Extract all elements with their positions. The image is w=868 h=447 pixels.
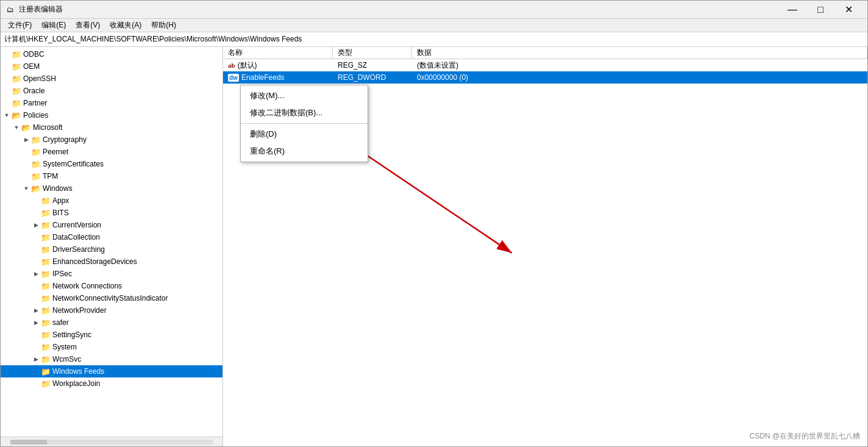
ctx-modify[interactable]: 修改(M)... (241, 87, 368, 104)
expander-policies: ▼ (2, 109, 12, 121)
folder-icon-wcmsvc: 📁 (41, 354, 51, 364)
expander-bits (31, 207, 41, 219)
tree-item-currentversion[interactable]: ▶ 📁 CurrentVersion (1, 219, 222, 231)
expander-networkprovider: ▶ (31, 304, 41, 316)
folder-icon-safer: 📁 (41, 318, 51, 327)
title-bar: 🗂 注册表编辑器 — □ ✕ (1, 1, 867, 19)
folder-icon-datacollection: 📁 (41, 232, 51, 242)
expander-safer: ▶ (31, 316, 41, 329)
tree-label-openssh: OpenSSH (23, 74, 56, 83)
col-header-type: 类型 (333, 47, 412, 59)
tree-item-windows-feeds[interactable]: 📁 Windows Feeds (1, 365, 222, 377)
tree-item-wcmsvc[interactable]: ▶ 📁 WcmSvc (1, 353, 222, 365)
tree-item-settingsync[interactable]: 📁 SettingSync (1, 329, 222, 341)
tree-item-openssh[interactable]: 📁 OpenSSH (1, 73, 222, 85)
tree-item-networkprovider[interactable]: ▶ 📁 NetworkProvider (1, 304, 222, 316)
folder-icon-networkconnectivity: 📁 (41, 293, 51, 303)
tree-label-tpm: TPM (43, 172, 58, 181)
tree-item-tpm[interactable]: 📁 TPM (1, 170, 222, 182)
tree-item-enhancedstorage[interactable]: 📁 EnhancedStorageDevices (1, 256, 222, 268)
reg-icon-sz: ab (228, 62, 235, 69)
folder-icon-bits: 📁 (41, 208, 51, 218)
menu-view[interactable]: 查看(V) (71, 19, 105, 32)
tree-item-microsoft[interactable]: ▼ 📂 Microsoft (1, 121, 222, 134)
watermark: CSDN @在美好的世界里乱七八糟 (749, 431, 860, 442)
ctx-rename[interactable]: 重命名(R) (241, 143, 368, 160)
close-button[interactable]: ✕ (834, 1, 863, 19)
tree-item-cryptography[interactable]: ▶ 📁 Cryptography (1, 134, 222, 146)
tree-item-networkconnectivity[interactable]: 📁 NetworkConnectivityStatusIndicator (1, 292, 222, 304)
tree-item-partner[interactable]: 📁 Partner (1, 97, 222, 109)
tree-item-system[interactable]: 📁 System (1, 341, 222, 353)
expander-openssh (2, 73, 12, 85)
window-icon: 🗂 (5, 5, 15, 15)
folder-icon-ipsec: 📁 (41, 269, 51, 279)
folder-icon-windows-feeds: 📁 (41, 367, 51, 376)
tree-item-safer[interactable]: ▶ 📁 safer (1, 316, 222, 329)
tree-item-networkconnections[interactable]: 📁 Network Connections (1, 280, 222, 292)
tree-label-safer: safer (52, 318, 69, 327)
expander-datacollection (31, 231, 41, 243)
ctx-delete[interactable]: 删除(D) (241, 126, 368, 143)
folder-icon-partner: 📁 (12, 98, 21, 108)
menu-favorites[interactable]: 收藏夹(A) (105, 19, 146, 32)
tree-item-odbc[interactable]: 📁 ODBC (1, 48, 222, 60)
tree-item-policies[interactable]: ▼ 📂 Policies (1, 109, 222, 121)
tree-item-oem[interactable]: 📁 OEM (1, 60, 222, 73)
tree-label-networkconnectivity: NetworkConnectivityStatusIndicator (52, 294, 168, 302)
tree-item-ipsec[interactable]: ▶ 📁 IPSec (1, 268, 222, 280)
address-bar: 计算机\HKEY_LOCAL_MACHINE\SOFTWARE\Policies… (1, 32, 867, 47)
expander-appx (31, 195, 41, 207)
expander-microsoft: ▼ (12, 121, 21, 134)
tree-scrollbar-x[interactable] (1, 437, 222, 446)
ctx-modify-binary[interactable]: 修改二进制数据(B)... (241, 104, 368, 121)
tree-label-ipsec: IPSec (52, 270, 72, 278)
tree-label-microsoft: Microsoft (33, 123, 63, 132)
maximize-button[interactable]: □ (806, 1, 834, 19)
tree-label-windows-feeds: Windows Feeds (52, 367, 104, 376)
tree-label-appx: Appx (52, 196, 69, 205)
folder-icon-workplacejoin: 📁 (41, 379, 51, 388)
reg-row-enablefeeds[interactable]: dw EnableFeeds REG_DWORD 0x00000000 (0) (223, 71, 867, 84)
ctx-separator (241, 123, 368, 124)
tree-item-datacollection[interactable]: 📁 DataCollection (1, 231, 222, 243)
folder-icon-openssh: 📁 (12, 74, 21, 84)
folder-icon-tpm: 📁 (31, 171, 41, 181)
folder-icon-networkprovider: 📁 (41, 306, 51, 315)
expander-settingsync (31, 329, 41, 341)
expander-windows: ▼ (21, 182, 31, 195)
menu-edit[interactable]: 编辑(E) (37, 19, 71, 32)
reg-type-enablefeeds: REG_DWORD (333, 72, 412, 83)
tree-item-appx[interactable]: 📁 Appx (1, 195, 222, 207)
reg-row-default[interactable]: ab (默认) REG_SZ (数值未设置) (223, 59, 867, 71)
expander-tpm (21, 170, 31, 182)
tree-item-windows[interactable]: ▼ 📂 Windows (1, 182, 222, 195)
tree-item-driversearching[interactable]: 📁 DriverSearching (1, 243, 222, 256)
folder-icon-peernet: 📁 (31, 147, 41, 157)
tree-item-systemcerts[interactable]: 📁 SystemCertificates (1, 158, 222, 170)
menu-bar: 文件(F) 编辑(E) 查看(V) 收藏夹(A) 帮助(H) (1, 19, 867, 32)
tree-label-peernet: Peernet (43, 148, 68, 156)
menu-help[interactable]: 帮助(H) (146, 19, 181, 32)
column-headers: 名称 类型 数据 (223, 47, 867, 59)
tree-label-oracle: Oracle (23, 87, 44, 95)
tree-item-bits[interactable]: 📁 BITS (1, 207, 222, 219)
tree-label-datacollection: DataCollection (52, 233, 100, 241)
tree-item-oracle[interactable]: 📁 Oracle (1, 85, 222, 97)
tree-item-workplacejoin[interactable]: 📁 WorkplaceJoin (1, 377, 222, 390)
tree-scroll[interactable]: 📁 ODBC 📁 OEM 📁 OpenSSH (1, 47, 222, 437)
expander-networkconnectivity (31, 292, 41, 304)
minimize-button[interactable]: — (778, 1, 806, 19)
tree-label-odbc: ODBC (23, 50, 44, 59)
reg-data-enablefeeds: 0x00000000 (0) (412, 72, 867, 83)
expander-odbc (2, 48, 12, 60)
tree-label-system: System (52, 343, 77, 351)
expander-peernet (21, 146, 31, 158)
tree-label-currentversion: CurrentVersion (52, 221, 101, 229)
folder-icon-policies: 📂 (12, 110, 21, 120)
tree-label-policies: Policies (23, 111, 48, 120)
menu-file[interactable]: 文件(F) (3, 19, 37, 32)
tree-label-wcmsvc: WcmSvc (52, 355, 81, 363)
address-text: 计算机\HKEY_LOCAL_MACHINE\SOFTWARE\Policies… (4, 34, 302, 45)
tree-item-peernet[interactable]: 📁 Peernet (1, 146, 222, 158)
